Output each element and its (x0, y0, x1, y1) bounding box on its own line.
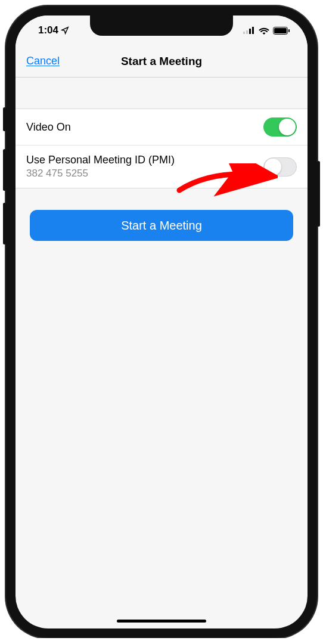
status-right (243, 27, 290, 35)
status-left: 1:04 (38, 24, 69, 36)
toggle-knob (279, 119, 296, 135)
page-title: Start a Meeting (121, 55, 202, 68)
toggle-video-on[interactable] (263, 117, 297, 137)
row-label: Video On (26, 121, 71, 134)
cancel-button[interactable]: Cancel (26, 55, 60, 67)
notch (90, 16, 233, 36)
row-sublabel: 382 475 5255 (26, 168, 175, 179)
side-button (3, 149, 6, 191)
side-button (3, 203, 6, 244)
svg-rect-0 (243, 32, 245, 34)
start-meeting-label: Start a Meeting (121, 219, 202, 233)
wifi-icon (259, 27, 269, 35)
nav-bar: Cancel Start a Meeting (15, 45, 308, 78)
row-pmi: Use Personal Meeting ID (PMI) 382 475 52… (15, 145, 308, 188)
battery-icon (273, 27, 290, 35)
screen: 1:04 (15, 16, 308, 628)
side-button (317, 161, 320, 227)
phone-frame: 1:04 (6, 6, 317, 638)
home-indicator[interactable] (117, 620, 206, 623)
cellular-icon (243, 27, 255, 34)
svg-rect-5 (274, 28, 287, 33)
row-label: Use Personal Meeting ID (PMI) (26, 154, 175, 166)
start-meeting-button[interactable]: Start a Meeting (30, 210, 293, 241)
side-button (3, 107, 6, 131)
row-video-on: Video On (15, 109, 308, 145)
toggle-pmi[interactable] (263, 157, 297, 177)
toggle-knob (265, 159, 281, 175)
settings-list: Video On Use Personal Meeting ID (PMI) 3… (15, 109, 308, 188)
status-time: 1:04 (38, 24, 58, 36)
svg-rect-1 (246, 30, 248, 34)
location-icon (61, 26, 69, 35)
row-text: Video On (26, 121, 71, 134)
row-text: Use Personal Meeting ID (PMI) 382 475 52… (26, 154, 175, 179)
svg-rect-3 (252, 27, 254, 34)
svg-rect-2 (249, 29, 251, 34)
svg-rect-6 (288, 29, 290, 32)
